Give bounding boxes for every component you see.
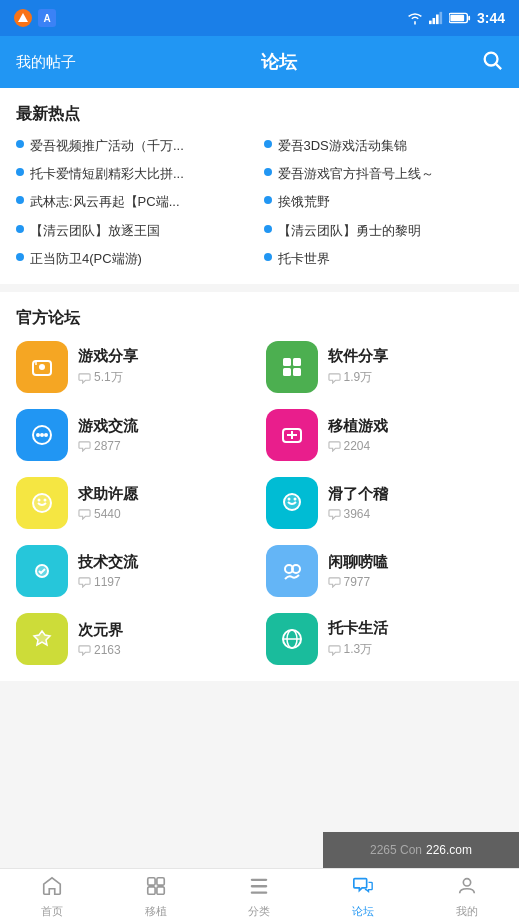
forum-info: 求助许愿 5440 (78, 485, 138, 521)
hot-topic-text: 爱吾3DS游戏活动集锦 (278, 137, 407, 155)
comment-icon (328, 372, 341, 384)
nav-item-migrate[interactable]: 移植 (104, 869, 208, 924)
comment-icon (78, 644, 91, 656)
forum-icon (266, 341, 318, 393)
comment-icon (328, 508, 341, 520)
forum-item[interactable]: 游戏交流 2877 (16, 409, 254, 461)
hot-dot (264, 168, 272, 176)
forum-item[interactable]: 求助许愿 5440 (16, 477, 254, 529)
search-button[interactable] (481, 49, 503, 75)
forum-count: 2204 (328, 439, 388, 453)
forum-item[interactable]: 次元界 2163 (16, 613, 254, 665)
hot-dot (264, 196, 272, 204)
svg-rect-38 (251, 885, 268, 887)
hot-topic-item[interactable]: 武林志:风云再起【PC端... (16, 193, 256, 211)
svg-point-23 (284, 494, 300, 510)
hot-topics-section: 最新热点 爱吾视频推广活动（千万... 爱吾3DS游戏活动集锦 托卡爱情短剧精彩… (0, 88, 519, 284)
forum-info: 托卡生活 1.3万 (328, 619, 388, 658)
svg-rect-11 (283, 358, 291, 366)
wifi-icon (407, 11, 423, 25)
header-title: 论坛 (76, 50, 481, 74)
svg-rect-12 (293, 358, 301, 366)
hot-topic-item[interactable]: 挨饿荒野 (264, 193, 504, 211)
nav-item-home[interactable]: 首页 (0, 869, 104, 924)
svg-point-20 (33, 494, 51, 512)
svg-point-17 (40, 433, 44, 437)
forum-icon (16, 545, 68, 597)
forum-count: 1.9万 (328, 369, 388, 386)
hot-topic-item[interactable]: 【清云团队】勇士的黎明 (264, 222, 504, 240)
svg-rect-2 (436, 15, 439, 25)
svg-rect-39 (251, 891, 268, 893)
hot-topic-item[interactable]: 爱吾3DS游戏活动集锦 (264, 137, 504, 155)
comment-icon (78, 440, 91, 452)
svg-rect-34 (157, 877, 164, 884)
nav-icon-home (41, 875, 63, 901)
forum-name: 求助许愿 (78, 485, 138, 504)
forum-name: 次元界 (78, 621, 123, 640)
nav-item-forum[interactable]: 论坛 (311, 869, 415, 924)
comment-icon (328, 576, 341, 588)
watermark: 2265 Con 226.com (323, 832, 519, 868)
hot-topics-title: 最新热点 (16, 104, 503, 125)
hot-topic-item[interactable]: 爱吾游戏官方抖音号上线～ (264, 165, 504, 183)
forum-info: 软件分享 1.9万 (328, 347, 388, 386)
nav-item-me[interactable]: 我的 (415, 869, 519, 924)
hot-topic-item[interactable]: 爱吾视频推广活动（千万... (16, 137, 256, 155)
forum-name: 游戏分享 (78, 347, 138, 366)
forum-count: 1197 (78, 575, 138, 589)
svg-line-8 (496, 64, 501, 69)
app-icon-1 (14, 9, 32, 27)
svg-point-25 (293, 497, 296, 500)
forum-item[interactable]: 软件分享 1.9万 (266, 341, 504, 393)
svg-point-7 (485, 53, 498, 66)
signal-icon (429, 11, 443, 25)
nav-icon-migrate (145, 875, 167, 901)
svg-point-16 (36, 433, 40, 437)
forum-info: 次元界 2163 (78, 621, 123, 657)
hot-topic-item[interactable]: 正当防卫4(PC端游) (16, 250, 256, 268)
forum-item[interactable]: 闲聊唠嗑 7977 (266, 545, 504, 597)
forum-name: 闲聊唠嗑 (328, 553, 388, 572)
hot-dot (16, 140, 24, 148)
nav-label-category: 分类 (248, 904, 270, 919)
comment-icon (328, 440, 341, 452)
nav-icon-category (248, 875, 270, 901)
hot-topic-item[interactable]: 【清云团队】放逐王国 (16, 222, 256, 240)
hot-topic-text: 挨饿荒野 (278, 193, 330, 211)
forum-icon (266, 477, 318, 529)
hot-topic-text: 正当防卫4(PC端游) (30, 250, 142, 268)
forum-item[interactable]: 托卡生活 1.3万 (266, 613, 504, 665)
my-posts-button[interactable]: 我的帖子 (16, 53, 76, 72)
forum-item[interactable]: 移植游戏 2204 (266, 409, 504, 461)
forum-name: 移植游戏 (328, 417, 388, 436)
status-bar-left: A (14, 9, 56, 27)
svg-rect-33 (147, 877, 154, 884)
svg-rect-5 (468, 16, 470, 21)
forum-name: 游戏交流 (78, 417, 138, 436)
forum-item[interactable]: 滑了个稽 3964 (266, 477, 504, 529)
hot-dot (16, 253, 24, 261)
forum-icon (266, 613, 318, 665)
svg-rect-14 (293, 368, 301, 376)
forum-count: 1.3万 (328, 641, 388, 658)
hot-topic-text: 武林志:风云再起【PC端... (30, 193, 180, 211)
forum-icon (266, 545, 318, 597)
hot-dot (264, 140, 272, 148)
forum-item[interactable]: 游戏分享 5.1万 (16, 341, 254, 393)
nav-icon-me (456, 875, 478, 901)
svg-rect-36 (157, 886, 164, 893)
hot-topic-item[interactable]: 托卡爱情短剧精彩大比拼... (16, 165, 256, 183)
header: 我的帖子 论坛 (0, 36, 519, 88)
forum-section: 官方论坛 游戏分享 5.1万 软件分享 (0, 292, 519, 681)
hot-topic-item[interactable]: 托卡世界 (264, 250, 504, 268)
nav-label-forum: 论坛 (352, 904, 374, 919)
forum-icon (16, 409, 68, 461)
forum-count: 3964 (328, 507, 388, 521)
forum-info: 闲聊唠嗑 7977 (328, 553, 388, 589)
hot-dot (16, 225, 24, 233)
forum-item[interactable]: 技术交流 1197 (16, 545, 254, 597)
nav-item-category[interactable]: 分类 (208, 869, 312, 924)
svg-point-10 (39, 364, 45, 370)
forum-name: 托卡生活 (328, 619, 388, 638)
